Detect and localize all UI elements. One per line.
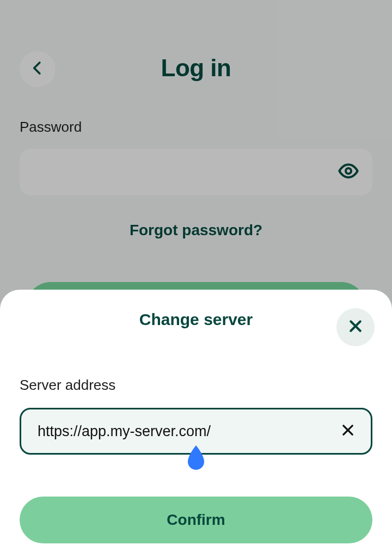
clear-input-button[interactable] bbox=[338, 421, 358, 441]
server-address-field[interactable] bbox=[20, 408, 372, 455]
change-server-sheet: Change server Server address Confirm bbox=[0, 290, 392, 551]
close-button[interactable] bbox=[336, 308, 375, 346]
server-address-input[interactable] bbox=[38, 423, 338, 440]
sheet-header: Change server bbox=[20, 290, 372, 350]
confirm-label: Confirm bbox=[167, 511, 225, 529]
server-address-label: Server address bbox=[20, 377, 372, 394]
cursor-handle-icon[interactable] bbox=[186, 445, 206, 472]
close-icon bbox=[347, 318, 364, 336]
sheet-title: Change server bbox=[139, 310, 253, 329]
confirm-button[interactable]: Confirm bbox=[20, 497, 372, 543]
x-icon bbox=[340, 423, 356, 440]
